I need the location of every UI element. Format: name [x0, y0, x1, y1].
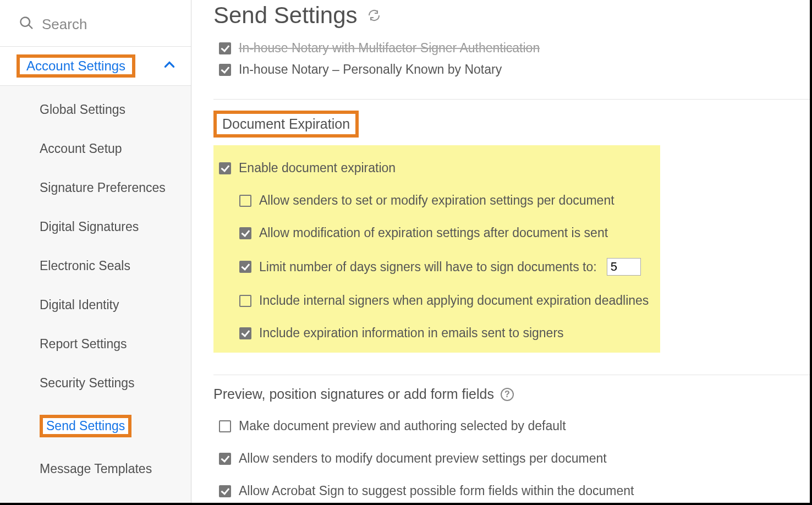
- expiration-option-label: Include expiration information in emails…: [259, 326, 564, 341]
- sidebar-item-report-settings[interactable]: Report Settings: [0, 325, 191, 364]
- sidebar-item-label: Signature Preferences: [40, 180, 166, 195]
- sidebar-header-label: Account Settings: [23, 57, 129, 74]
- document-expiration-panel: Enable document expiration Allow senders…: [213, 145, 660, 353]
- sidebar-item-label: Global Settings: [40, 102, 125, 117]
- sidebar-item-signature-preferences[interactable]: Signature Preferences: [0, 168, 191, 207]
- sidebar-item-electronic-seals[interactable]: Electronic Seals: [0, 246, 191, 286]
- sidebar-item-label: Account Setup: [40, 141, 122, 156]
- preview-option-label: Allow senders to modify document preview…: [239, 451, 607, 466]
- expiration-option-label: Allow senders to set or modify expiratio…: [259, 193, 615, 208]
- sidebar-nav-list: Global Settings Account Setup Signature …: [0, 86, 191, 503]
- enable-expiration-label: Enable document expiration: [239, 161, 396, 175]
- sidebar-item-label: Digital Signatures: [40, 219, 139, 234]
- expiration-option-label: Allow modification of expiration setting…: [259, 226, 608, 240]
- notary-option-label: In-house Notary – Personally Known by No…: [239, 62, 502, 77]
- search-placeholder: Search: [42, 16, 87, 33]
- sidebar-item-send-settings[interactable]: Send Settings: [0, 403, 191, 449]
- checkbox-notary-multifactor[interactable]: [219, 42, 231, 54]
- checkbox-enable-expiration[interactable]: [219, 162, 231, 174]
- expiration-option-label: Limit number of days signers will have t…: [259, 260, 597, 275]
- checkbox-limit-days[interactable]: [239, 261, 251, 273]
- checkbox-suggest-form-fields[interactable]: [219, 485, 231, 497]
- sidebar-item-message-templates[interactable]: Message Templates: [0, 449, 191, 488]
- sidebar-item-account-setup[interactable]: Account Setup: [0, 129, 191, 168]
- checkbox-allow-modify-preview[interactable]: [219, 453, 231, 465]
- preview-option-label: Make document preview and authoring sele…: [239, 419, 566, 433]
- checkbox-notary-personally-known[interactable]: [219, 64, 231, 76]
- checkbox-allow-senders-modify[interactable]: [239, 195, 251, 207]
- sidebar-item-security-settings[interactable]: Security Settings: [0, 364, 191, 403]
- sidebar-item-label: Message Templates: [40, 462, 152, 476]
- page-title: Send Settings: [213, 2, 358, 29]
- checkbox-allow-modify-after-sent[interactable]: [239, 227, 251, 239]
- chevron-up-icon: [162, 58, 177, 74]
- checkbox-include-expiration-emails[interactable]: [239, 327, 251, 339]
- sidebar-item-label: Security Settings: [40, 376, 135, 390]
- sidebar-item-label: Send Settings: [46, 419, 125, 433]
- sidebar-item-label: Report Settings: [40, 337, 127, 351]
- checkbox-include-internal-signers[interactable]: [239, 295, 251, 307]
- sidebar-item-digital-signatures[interactable]: Digital Signatures: [0, 207, 191, 246]
- preview-option-label: Allow Acrobat Sign to suggest possible f…: [239, 484, 634, 498]
- sidebar-header-account-settings[interactable]: Account Settings: [0, 46, 191, 86]
- section-heading-document-expiration: Document Expiration: [222, 116, 350, 131]
- help-icon[interactable]: ?: [501, 388, 514, 401]
- checkbox-preview-default[interactable]: [219, 420, 231, 432]
- section-heading-preview: Preview, position signatures or add form…: [213, 386, 494, 402]
- search-input[interactable]: Search: [0, 0, 191, 46]
- sidebar-item-label: Electronic Seals: [40, 259, 130, 273]
- refresh-icon[interactable]: [367, 9, 381, 22]
- search-icon: [19, 15, 34, 33]
- sidebar: Search Account Settings Global Settings …: [0, 0, 191, 503]
- main-content: Send Settings In-house Notary with Multi…: [191, 0, 810, 503]
- sidebar-item-global-settings[interactable]: Global Settings: [0, 90, 191, 129]
- sidebar-item-label: Digital Identity: [40, 298, 119, 312]
- limit-days-input[interactable]: [607, 258, 641, 276]
- sidebar-item-digital-identity[interactable]: Digital Identity: [0, 286, 191, 325]
- notary-cutoff-label: In-house Notary with Multifactor Signer …: [239, 41, 540, 56]
- expiration-option-label: Include internal signers when applying d…: [259, 293, 649, 308]
